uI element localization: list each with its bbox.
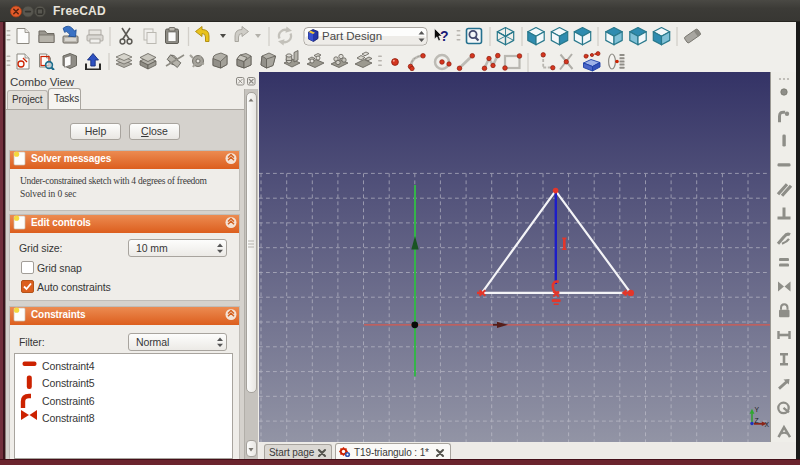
- svg-text:?: ?: [440, 28, 449, 44]
- svg-text:Z: Z: [755, 417, 759, 424]
- svg-text:Part Design: Part Design: [322, 30, 382, 42]
- svg-text:Y: Y: [755, 406, 760, 413]
- svg-text:X: X: [765, 421, 770, 428]
